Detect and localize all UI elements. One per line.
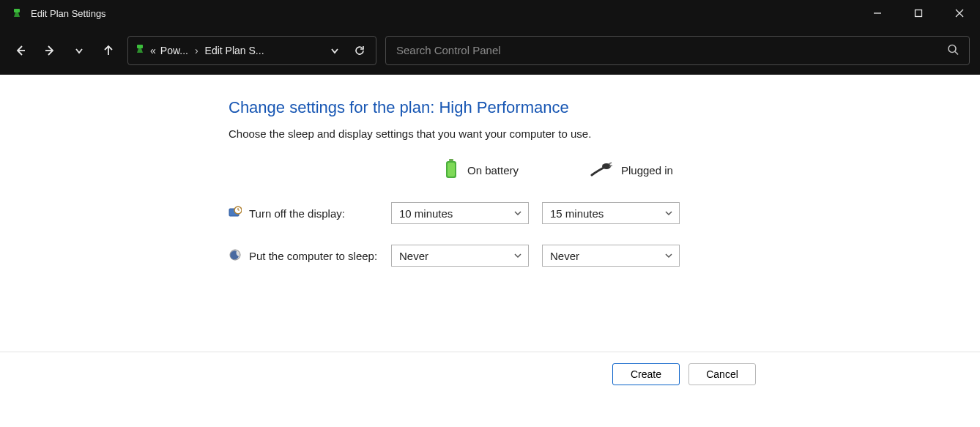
recent-locations-button[interactable]	[69, 40, 89, 61]
search-input[interactable]	[396, 44, 959, 56]
battery-icon	[444, 159, 459, 182]
titlebar: Edit Plan Settings	[0, 0, 980, 26]
svg-rect-11	[449, 159, 453, 161]
svg-rect-2	[916, 10, 922, 17]
sleep-row: Put the computer to sleep: Never Never	[229, 245, 980, 267]
svg-line-10	[955, 51, 958, 54]
power-options-icon	[134, 43, 146, 57]
on-battery-label: On battery	[467, 164, 519, 177]
svg-line-16	[609, 166, 612, 166]
on-battery-column: On battery	[420, 159, 573, 182]
address-history-dropdown[interactable]	[324, 40, 345, 61]
breadcrumb-edit-plan[interactable]: Edit Plan S...	[205, 45, 264, 56]
display-plugged-value: 15 minutes	[550, 207, 604, 220]
breadcrumb-chevrons[interactable]: «	[150, 45, 156, 56]
display-plugged-select[interactable]: 15 minutes	[542, 202, 680, 224]
power-options-icon	[10, 7, 23, 20]
page-heading: Change settings for the plan: High Perfo…	[229, 98, 980, 117]
up-button[interactable]	[98, 40, 119, 61]
address-bar[interactable]: « Pow... › Edit Plan S...	[127, 36, 376, 65]
sleep-icon	[229, 248, 242, 264]
content-pane: Change settings for the plan: High Perfo…	[0, 75, 980, 427]
svg-rect-13	[448, 163, 455, 177]
navigation-toolbar: « Pow... › Edit Plan S...	[0, 26, 980, 75]
plugged-in-column: Plugged in	[573, 159, 719, 182]
footer: Create Cancel	[0, 352, 980, 396]
page-subheading: Choose the sleep and display settings th…	[229, 127, 980, 140]
refresh-button[interactable]	[349, 40, 370, 61]
cancel-button[interactable]: Cancel	[688, 363, 756, 385]
search-box[interactable]	[385, 36, 970, 65]
svg-point-9	[949, 45, 956, 52]
svg-line-15	[609, 163, 612, 164]
minimize-button[interactable]	[857, 0, 898, 26]
maximize-button[interactable]	[898, 0, 939, 26]
search-icon	[947, 43, 959, 57]
svg-rect-0	[14, 9, 20, 12]
display-timer-icon	[229, 206, 242, 221]
forward-button[interactable]	[40, 40, 60, 61]
display-battery-value: 10 minutes	[399, 207, 453, 220]
display-battery-select[interactable]: 10 minutes	[391, 202, 529, 224]
display-row: Turn off the display: 10 minutes 15 minu…	[229, 202, 980, 224]
close-button[interactable]	[939, 0, 980, 26]
plugged-in-label: Plugged in	[621, 164, 673, 177]
svg-rect-8	[137, 45, 143, 48]
sleep-battery-select[interactable]: Never	[391, 245, 529, 267]
chevron-right-icon: ›	[195, 45, 198, 56]
window-title: Edit Plan Settings	[31, 8, 106, 19]
create-button[interactable]: Create	[612, 363, 680, 385]
back-button[interactable]	[10, 40, 31, 61]
column-headers: On battery Plugged in	[229, 159, 980, 182]
sleep-battery-value: Never	[399, 250, 428, 262]
display-row-label: Turn off the display:	[249, 207, 345, 220]
sleep-plugged-select[interactable]: Never	[542, 245, 680, 267]
plug-icon	[590, 162, 612, 179]
sleep-row-label: Put the computer to sleep:	[249, 250, 377, 262]
sleep-plugged-value: Never	[550, 250, 579, 262]
breadcrumb-power-options[interactable]: Pow...	[160, 45, 188, 56]
